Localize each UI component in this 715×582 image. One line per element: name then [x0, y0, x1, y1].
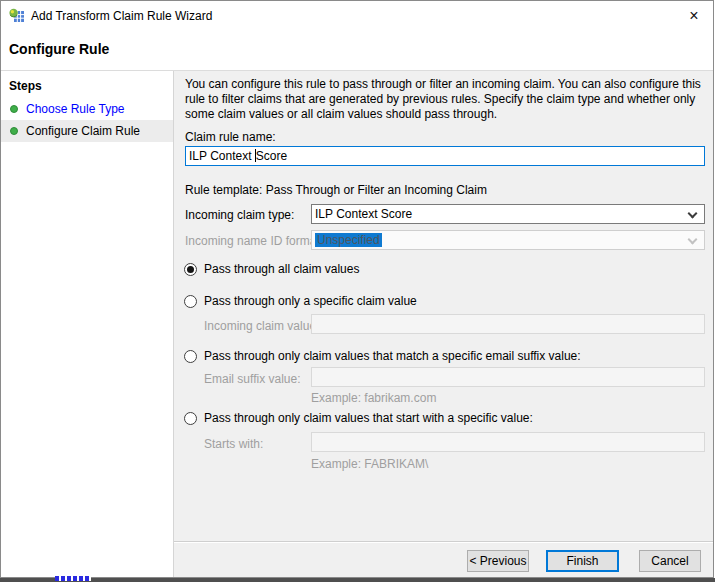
chevron-down-icon	[688, 235, 698, 245]
email-suffix-value-input	[311, 367, 705, 387]
intro-text: You can configure this rule to pass thro…	[185, 77, 709, 122]
steps-heading: Steps	[9, 79, 42, 93]
starts-with-example-text: Example: FABRIKAM\	[311, 457, 428, 471]
radio-pass-through-specific-value[interactable]: Pass through only a specific claim value	[184, 295, 417, 308]
page-title: Configure Rule	[9, 41, 109, 57]
finish-button[interactable]: Finish	[546, 550, 619, 572]
window-title: Add Transform Claim Rule Wizard	[31, 9, 212, 23]
close-icon[interactable]: ×	[681, 5, 707, 27]
selected-value: ILP Context Score	[315, 207, 412, 221]
radio-start-with-value[interactable]: Pass through only claim values that star…	[184, 412, 533, 425]
steps-sidebar: Steps Choose Rule Type Configure Claim R…	[1, 71, 173, 577]
radio-label: Pass through only claim values that star…	[204, 411, 533, 425]
radio-button-icon	[184, 412, 197, 425]
incoming-name-id-format-select: Unspecified	[311, 230, 705, 250]
sidebar-item-choose-rule-type[interactable]: Choose Rule Type	[1, 98, 173, 120]
radio-label: Pass through all claim values	[204, 262, 359, 276]
occluded-background-text-fragment	[55, 576, 91, 581]
incoming-claim-value-input	[311, 314, 705, 334]
incoming-claim-value-label: Incoming claim value:	[204, 319, 319, 333]
input-text: ILP Context	[189, 149, 255, 163]
radio-label: Pass through only claim values that matc…	[204, 349, 581, 363]
email-suffix-example-text: Example: fabrikam.com	[311, 391, 436, 405]
incoming-claim-type-label: Incoming claim type:	[185, 208, 294, 222]
radio-button-icon	[184, 350, 197, 363]
chevron-down-icon	[688, 209, 698, 219]
sidebar-item-label: Configure Claim Rule	[26, 124, 140, 138]
radio-label: Pass through only a specific claim value	[204, 294, 417, 308]
incoming-claim-type-select[interactable]: ILP Context Score	[311, 204, 705, 224]
step-completed-dot-icon	[10, 127, 18, 135]
title-bar: Add Transform Claim Rule Wizard ×	[1, 1, 713, 31]
cancel-button[interactable]: Cancel	[639, 550, 701, 572]
previous-button[interactable]: < Previous	[467, 550, 529, 572]
email-suffix-value-label: Email suffix value:	[204, 372, 301, 386]
step-completed-dot-icon	[10, 105, 18, 113]
main-panel: You can configure this rule to pass thro…	[174, 71, 713, 577]
claim-rule-name-label: Claim rule name:	[185, 130, 276, 144]
radio-button-icon	[184, 295, 197, 308]
sidebar-item-configure-claim-rule[interactable]: Configure Claim Rule	[1, 120, 173, 142]
incoming-name-id-format-label: Incoming name ID format:	[185, 234, 323, 248]
rule-template-text: Rule template: Pass Through or Filter an…	[185, 183, 487, 197]
claim-rule-name-input[interactable]: ILP Context Score	[185, 146, 705, 166]
starts-with-label: Starts with:	[204, 437, 263, 451]
radio-button-icon	[184, 263, 197, 276]
radio-match-email-suffix[interactable]: Pass through only claim values that matc…	[184, 350, 581, 363]
wizard-dialog: Add Transform Claim Rule Wizard × Config…	[0, 0, 714, 578]
sidebar-item-label: Choose Rule Type	[26, 102, 125, 116]
input-text: Score	[256, 149, 287, 163]
starts-with-input	[311, 432, 705, 452]
background-window-edge	[0, 578, 715, 582]
adfs-wizard-icon	[9, 8, 25, 24]
selected-value-highlighted: Unspecified	[315, 233, 382, 247]
footer-separator	[174, 541, 713, 542]
radio-pass-through-all[interactable]: Pass through all claim values	[184, 263, 359, 276]
